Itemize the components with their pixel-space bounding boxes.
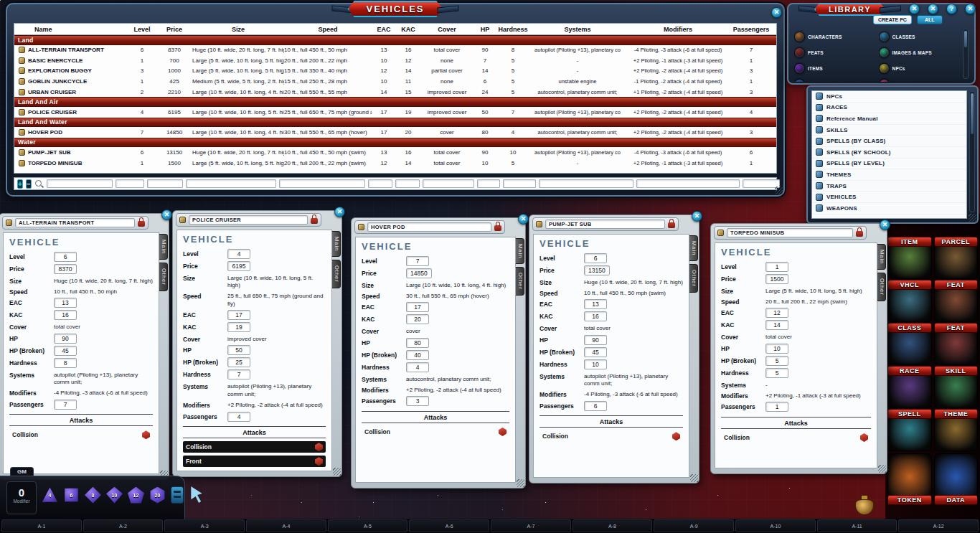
filter-input[interactable] [116, 179, 144, 188]
sidebar-button-data-11[interactable]: DATA [934, 453, 979, 505]
vehicle-window-titlebar[interactable]: ALL-TERRAIN TRANSPORT [2, 216, 149, 230]
library-module-feats[interactable]: FEATS [794, 44, 876, 60]
hardness-value[interactable]: 10 [584, 359, 607, 369]
d20-die-icon[interactable]: 20 [149, 487, 166, 504]
resize-grip[interactable] [775, 187, 783, 194]
lock-icon[interactable] [668, 222, 675, 228]
library-module-characters[interactable]: CHARACTERS [794, 29, 876, 44]
library-index-window[interactable]: NPCsRACESReference ManualSKILLSSPELLS (B… [806, 85, 979, 224]
filter-input[interactable] [423, 179, 474, 188]
attack-row[interactable]: Collision [721, 432, 871, 443]
level-value[interactable]: 4 [227, 249, 250, 259]
eac-value[interactable]: 17 [406, 302, 429, 312]
link-icon[interactable] [19, 67, 25, 74]
create-pc-button[interactable]: CREATE PC [873, 15, 912, 24]
hp_broken-value[interactable]: 5 [765, 356, 788, 366]
table-row[interactable]: POLICE CRUISER46195Large (10 ft. wide, 1… [14, 107, 776, 118]
tab-all[interactable]: ALL [917, 15, 943, 24]
hotkey-slot-a-6[interactable]: A-6 [409, 519, 489, 532]
hotkey-slot-a-1[interactable]: A-1 [1, 519, 82, 532]
kac-value[interactable]: 14 [765, 320, 788, 330]
hp_broken-value[interactable]: 25 [227, 357, 250, 367]
pouch-icon[interactable] [855, 494, 874, 515]
vehicle-sheet-window[interactable]: ALL-TERRAIN TRANSPORT✕MainOtherVEHICLELe… [0, 213, 169, 480]
eac-value[interactable]: 13 [54, 298, 77, 308]
table-row[interactable]: BASIC ENERCYCLE1700Large (5 ft. wide, 10… [14, 55, 776, 66]
passengers-value[interactable]: 3 [406, 396, 429, 406]
table-row[interactable]: EXPLORATION BUGGY31000Large (5 ft. wide,… [14, 66, 776, 77]
hotkey-slot-a-11[interactable]: A-11 [817, 519, 897, 532]
sidebar-button-token-10[interactable]: TOKEN [887, 453, 932, 505]
close-icon[interactable]: ✕ [692, 211, 702, 222]
close-icon[interactable]: ✕ [771, 7, 782, 18]
close-icon[interactable]: ✕ [880, 220, 890, 230]
d8-die-icon[interactable]: 8 [85, 487, 101, 504]
passengers-value[interactable]: 4 [227, 412, 250, 422]
level-value[interactable]: 6 [584, 253, 607, 263]
table-row[interactable]: URBAN CRUISER22210Large (10 ft. wide, 10… [14, 87, 776, 98]
library-item-themes[interactable]: THEMES [812, 169, 966, 181]
tab-main[interactable]: Main [515, 238, 524, 264]
roll-die-icon[interactable] [860, 433, 868, 442]
resize-grip[interactable] [690, 474, 698, 482]
passengers-value[interactable]: 7 [54, 400, 77, 410]
hotkey-slot-a-3[interactable]: A-3 [164, 519, 245, 532]
library-item-reference-manual[interactable]: Reference Manual [812, 113, 966, 125]
hotkey-slot-a-4[interactable]: A-4 [246, 519, 326, 532]
filter-input[interactable] [539, 179, 633, 188]
vehicle-sheet-window[interactable]: HOVER POD✕MainOtherVEHICLELevel7Price148… [351, 217, 526, 489]
d4-die-icon[interactable]: 4 [42, 487, 58, 504]
level-value[interactable]: 1 [765, 262, 788, 272]
link-icon[interactable] [19, 109, 25, 115]
d6-die-icon[interactable]: 6 [63, 487, 80, 504]
link-icon[interactable] [6, 220, 12, 226]
pointer-icon[interactable] [189, 486, 204, 504]
resize-grip[interactable] [878, 465, 886, 473]
hp-value[interactable]: 90 [584, 335, 607, 345]
close-icon[interactable]: ✕ [928, 4, 938, 14]
lock-icon[interactable] [494, 225, 501, 231]
hardness-value[interactable]: 8 [54, 358, 77, 368]
library-item-weapons[interactable]: WEAPONS [812, 203, 966, 214]
vehicle-window-titlebar[interactable]: POLICE CRUISER [176, 213, 321, 227]
hp_broken-value[interactable]: 45 [584, 347, 607, 357]
sidebar-button-class-4[interactable]: CLASS [887, 324, 932, 365]
table-row[interactable]: TORPEDO MINISUB11500Large (5 ft. wide, 1… [14, 158, 776, 169]
tab-main[interactable]: Main [159, 234, 168, 260]
sidebar-button-item-0[interactable]: ITEM [887, 238, 932, 279]
hotkey-slot-a-2[interactable]: A-2 [83, 519, 164, 532]
link-icon[interactable] [19, 57, 25, 64]
hp-value[interactable]: 80 [406, 338, 429, 348]
library-module-races[interactable]: RACES [879, 76, 961, 82]
modifier-stepper[interactable]: 0 Modifier [6, 481, 37, 514]
resize-grip[interactable] [517, 479, 524, 487]
roll-die-icon[interactable] [672, 432, 680, 440]
attack-row[interactable]: Front [183, 456, 326, 467]
link-icon[interactable] [179, 217, 186, 223]
tab-main[interactable]: Main [331, 231, 341, 257]
vehicle-window-titlebar[interactable]: HOVER POD [354, 220, 505, 234]
library-module-classes[interactable]: CLASSES [879, 29, 961, 44]
hotkey-slot-a-12[interactable]: A-12 [898, 519, 979, 532]
level-value[interactable]: 7 [406, 256, 429, 266]
sidebar-button-feat-5[interactable]: FEAT [934, 324, 979, 365]
close-icon[interactable]: ✕ [518, 214, 529, 225]
library-module-images-maps[interactable]: IMAGES & MAPS [879, 44, 961, 60]
library-item-vehicles[interactable]: VEHICLES [812, 192, 966, 203]
filter-input[interactable] [147, 179, 183, 188]
sidebar-button-spell-8[interactable]: SPELL [887, 410, 932, 451]
vehicle-sheet-window[interactable]: POLICE CRUISER✕MainOtherVEHICLELevel4Pri… [172, 210, 342, 477]
library-window[interactable]: LIBRARY CREATE PC ALL CHARACTERSCLASSESF… [787, 3, 976, 85]
hotkey-slot-a-8[interactable]: A-8 [573, 519, 653, 532]
sidebar-button-parcel-1[interactable]: PARCEL [934, 238, 979, 279]
help-icon[interactable]: ? [946, 4, 957, 14]
hotkey-slot-a-9[interactable]: A-9 [654, 519, 734, 532]
roll-die-icon[interactable] [315, 457, 323, 466]
sidebar-button-vhcl-2[interactable]: VHCL [887, 281, 932, 322]
sidebar-button-feat-3[interactable]: FEAT [934, 281, 979, 322]
attack-row[interactable]: Collision [9, 429, 153, 440]
hotkey-slot-a-5[interactable]: A-5 [328, 519, 408, 532]
close-icon[interactable]: ✕ [161, 209, 172, 220]
hp_broken-value[interactable]: 40 [406, 350, 429, 360]
vehicles-list-window[interactable]: VEHICLES ✕ NameLevelPriceSizeSpeedEACKAC… [6, 3, 785, 197]
